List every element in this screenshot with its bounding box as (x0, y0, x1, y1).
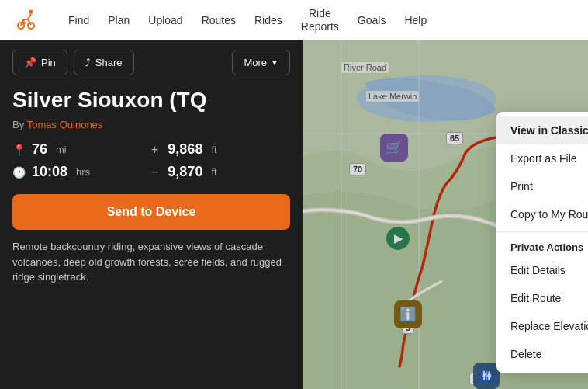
time-stat: 🕐 10:08 hrs (12, 162, 151, 182)
dropdown-section-label: Private Actions (496, 235, 588, 256)
clock-icon: 🕐 (12, 166, 26, 179)
toilet-marker: 🚻 (473, 363, 500, 389)
info-marker: ℹ️ (394, 300, 422, 328)
dropdown-export-file[interactable]: Export as File (496, 144, 588, 172)
sidebar: 📌 Pin ⤴ Share More ▼ Silver Siouxon (TQ … (0, 40, 303, 389)
route-title: Silver Siouxon (TQ (0, 85, 303, 119)
elevation-loss-stat: − 9,870 ft (151, 162, 290, 182)
nav-plan[interactable]: Plan (100, 9, 137, 31)
road-badge-70: 70 (349, 163, 366, 175)
send-to-device-button[interactable]: Send to Device (12, 194, 290, 230)
nav-goals[interactable]: Goals (350, 9, 394, 31)
pin-button[interactable]: 📌 Pin (12, 50, 67, 75)
dropdown-divider (496, 231, 588, 232)
dropdown-copy-routes[interactable]: Copy to My Routes (496, 200, 588, 228)
nav-upload[interactable]: Upload (140, 9, 190, 31)
dropdown-print[interactable]: Print (496, 172, 588, 200)
nav-help[interactable]: Help (396, 9, 434, 31)
nav-find[interactable]: Find (61, 9, 97, 31)
dropdown-replace-elevation[interactable]: Replace Elevation Data (496, 312, 588, 340)
nav-links: Find Plan Upload Routes Rides Ride Repor… (61, 2, 576, 38)
map-area[interactable]: River Road Lake Merwin 65 70 5 15 🛒 ▶ ℹ️… (303, 40, 588, 389)
route-author: By Tomas Quinones (0, 119, 303, 140)
nav-routes[interactable]: Routes (194, 9, 244, 31)
share-button[interactable]: ⤴ Share (74, 50, 134, 75)
pin-icon: 📌 (24, 57, 36, 68)
play-marker: ▶ (386, 227, 410, 250)
route-description: Remote backcountry riding, expansive vie… (0, 239, 303, 285)
basket-marker: 🛒 (380, 134, 408, 162)
dropdown-delete[interactable]: Delete (496, 340, 588, 368)
nav-rides[interactable]: Rides (247, 9, 290, 31)
main-content: 📌 Pin ⤴ Share More ▼ Silver Siouxon (TQ … (0, 40, 588, 389)
dropdown-edit-details[interactable]: Edit Details (496, 256, 588, 284)
more-dropdown: View in Classic Mode Export as File Prin… (496, 112, 588, 373)
svg-point-1 (29, 9, 33, 13)
share-icon: ⤴ (85, 57, 91, 68)
lake-merwin-label: Lake Merwin (366, 91, 419, 102)
navbar: Find Plan Upload Routes Rides Ride Repor… (0, 0, 588, 40)
dropdown-edit-route[interactable]: Edit Route (496, 284, 588, 312)
river-road-label: River Road (341, 62, 389, 73)
distance-icon: 📍 (12, 144, 26, 156)
dropdown-view-classic[interactable]: View in Classic Mode (496, 116, 588, 144)
elevation-gain-stat: + 9,868 ft (151, 140, 290, 159)
more-button[interactable]: More ▼ (232, 50, 290, 75)
author-link[interactable]: Tomas Quinones (27, 119, 103, 130)
nav-ride-reports[interactable]: Ride Reports (293, 2, 347, 38)
toolbar: 📌 Pin ⤴ Share More ▼ (0, 40, 303, 85)
caret-down-icon: ▼ (271, 58, 278, 67)
distance-stat: 📍 76 mi (12, 140, 151, 159)
road-badge-65: 65 (446, 132, 463, 144)
stats-grid: 📍 76 mi + 9,868 ft 🕐 10:08 hrs − 9,870 f… (0, 140, 303, 194)
logo[interactable] (12, 4, 42, 36)
